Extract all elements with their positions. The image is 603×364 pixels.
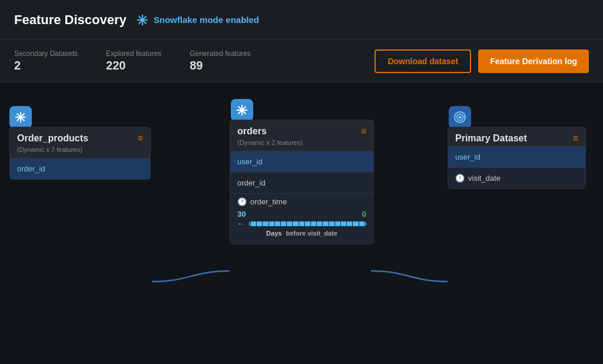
stat-explored-value: 220 (106, 59, 161, 72)
stat-secondary-value: 2 (14, 59, 78, 72)
orders-slider-right-value: 0 (362, 210, 366, 219)
orders-menu-icon[interactable]: ≡ (361, 126, 366, 137)
orders-slider-suffix: before visit_date (286, 230, 337, 237)
stat-secondary-label: Secondary Datasets (14, 49, 78, 58)
feature-derivation-log-button[interactable]: Feature Derivation log (478, 49, 589, 73)
primary-dataset-node: Primary Dataset ≡ user_id 🕐 visit_date (448, 127, 586, 189)
orders-slider-numbers: 30 0 (237, 210, 366, 219)
orders-slider-bar[interactable] (249, 221, 366, 226)
stat-generated-value: 89 (190, 59, 250, 72)
snowflake-icon (136, 14, 149, 27)
orders-time-field-label: order_time (250, 197, 287, 206)
stat-generated-label: Generated features (190, 49, 250, 58)
snowflake-badge: Snowflake mode enabled (136, 14, 259, 27)
order-products-header: Order_products ≡ (10, 127, 150, 146)
orders-title: orders (237, 126, 267, 137)
primary-visit-date-label: visit_date (468, 174, 501, 183)
download-dataset-button[interactable]: Download dataset (375, 49, 471, 73)
primary-dataset-title: Primary Dataset (455, 133, 527, 144)
svg-point-9 (19, 116, 22, 119)
order-products-subtitle: (Dynamic x 7 features) (10, 146, 150, 158)
orders-slider-ticks (249, 221, 366, 226)
orders-row-order-id: order_id (230, 172, 373, 193)
primary-clock-icon: 🕐 (455, 174, 465, 183)
stat-generated-features: Generated features 89 (190, 49, 250, 72)
feature-discovery-canvas: Order_products ≡ (Dynamic x 7 features) … (0, 82, 603, 364)
order-products-snowflake-badge (9, 106, 32, 128)
orders-slider-label: Days before visit_date (237, 230, 366, 237)
stats-bar: Secondary Datasets 2 Explored features 2… (0, 40, 603, 82)
orders-order-id-label: order_id (237, 178, 266, 187)
app-header: Feature Discovery Snowflake mode enabled (0, 0, 603, 40)
orders-slider-days-label: Days (266, 230, 281, 237)
orders-row-user-id: user_id (230, 151, 373, 172)
order-products-title: Order_products (17, 133, 88, 144)
order-products-order-id-label: order_id (17, 164, 45, 173)
primary-dataset-target-badge (449, 106, 471, 128)
orders-slider-left-value: 30 (237, 210, 246, 219)
order-products-menu-icon[interactable]: ≡ (138, 133, 143, 144)
orders-time-slider-container: 🕐 order_time 30 0 ← (230, 193, 373, 244)
orders-subtitle: (Dynamic x 2 features) (230, 139, 373, 151)
orders-header: orders ≡ (230, 120, 373, 139)
orders-snowflake-badge (231, 99, 253, 121)
stat-explored-label: Explored features (106, 49, 161, 58)
app-title: Feature Discovery (14, 12, 127, 28)
orders-slider-arrow: ← (237, 220, 244, 228)
stat-secondary-datasets: Secondary Datasets 2 (14, 49, 78, 72)
orders-time-header: 🕐 order_time (237, 197, 366, 206)
orders-user-id-label: user_id (237, 157, 263, 166)
stats-buttons: Download dataset Feature Derivation log (375, 49, 589, 73)
primary-dataset-header: Primary Dataset ≡ (448, 127, 585, 146)
snowflake-label: Snowflake mode enabled (154, 15, 259, 25)
order-products-row-order-id: order_id (10, 158, 150, 179)
order-products-node: Order_products ≡ (Dynamic x 7 features) … (9, 127, 151, 180)
primary-user-id-label: user_id (455, 153, 481, 161)
primary-row-visit-date: 🕐 visit_date (448, 167, 585, 188)
orders-node: orders ≡ (Dynamic x 2 features) user_id … (230, 120, 374, 244)
stat-explored-features: Explored features 220 (106, 49, 161, 72)
primary-row-user-id: user_id (448, 146, 585, 167)
svg-point-14 (241, 109, 244, 112)
svg-point-4 (141, 18, 144, 21)
primary-dataset-menu-icon[interactable]: ≡ (573, 133, 578, 144)
orders-clock-icon: 🕐 (237, 197, 247, 206)
svg-point-17 (459, 116, 461, 118)
